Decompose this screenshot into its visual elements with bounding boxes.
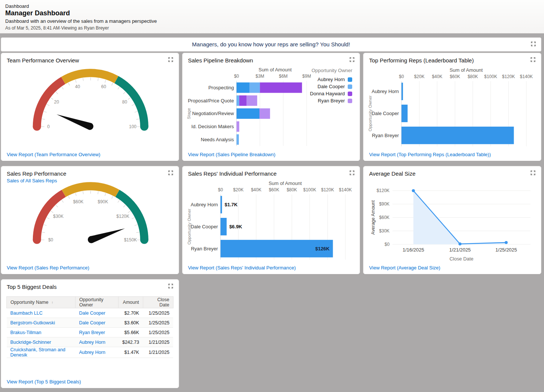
column-header[interactable]: Close Date xyxy=(143,297,173,308)
page-title: Manager Dashboard xyxy=(5,9,538,17)
view-report-link[interactable]: View Report (Top Performing Reps (Leader… xyxy=(369,152,491,157)
legend-swatch xyxy=(348,99,352,103)
legend-swatch xyxy=(348,77,352,82)
empty-grid-cell xyxy=(182,279,360,388)
svg-text:$140K: $140K xyxy=(339,187,352,192)
column-header[interactable]: Opportunity Name↑ xyxy=(7,297,76,308)
legend-label: Donna Hayward xyxy=(310,91,345,96)
svg-text:0: 0 xyxy=(47,124,50,129)
opportunity-name-link[interactable]: Brakus-Tillman xyxy=(7,328,76,337)
column-header[interactable]: Amount xyxy=(119,297,143,308)
column-header[interactable]: Opportunity Owner xyxy=(75,297,119,308)
opportunity-owner-link[interactable]: Ryan Breyer xyxy=(75,328,119,337)
svg-text:$140K: $140K xyxy=(520,74,533,79)
view-report-link[interactable]: View Report (Top 5 Biggest Deals) xyxy=(7,379,81,385)
panel-top-performing-reps: Top Performing Reps (Leaderboard Table) … xyxy=(363,53,541,161)
panel-team-performance-overview: Team Performance Overview 020406080100 V… xyxy=(1,53,179,161)
opportunity-name-link[interactable]: Buckridge-Schinner xyxy=(7,337,76,347)
svg-text:1/21/2025: 1/21/2025 xyxy=(449,247,471,253)
expand-icon[interactable] xyxy=(167,283,175,290)
svg-text:$6M: $6M xyxy=(279,74,288,79)
legend-item[interactable]: Donna Hayward xyxy=(310,90,352,97)
svg-text:$0: $0 xyxy=(399,74,404,79)
close-date-cell: 1/25/2025 xyxy=(143,318,173,328)
amount-cell: $2.70K xyxy=(119,308,143,318)
svg-text:Opportunity Owner: Opportunity Owner xyxy=(187,209,191,244)
svg-text:Ryan Breyer: Ryan Breyer xyxy=(191,246,218,251)
svg-text:$0: $0 xyxy=(234,74,239,79)
legend-swatch xyxy=(348,92,352,96)
legend-label: Dale Cooper xyxy=(317,84,345,89)
close-date-cell: 1/21/2025 xyxy=(143,347,173,358)
table-row: Buckridge-SchinnerAubrey Horn$242.731/21… xyxy=(7,337,173,347)
svg-text:Stage: Stage xyxy=(187,108,191,119)
panel-sales-pipeline-breakdown: Sales Pipeline Breakdown Sum of Amount$0… xyxy=(182,53,360,161)
deals-table-header[interactable]: Opportunity Name↑Opportunity OwnerAmount… xyxy=(7,297,173,308)
amount-cell: $3.60K xyxy=(119,318,143,328)
opportunity-owner-link[interactable]: Dale Cooper xyxy=(75,308,119,318)
sort-ascending-icon: ↑ xyxy=(51,300,53,305)
view-report-link[interactable]: View Report (Sales Rep Performance) xyxy=(7,265,89,271)
svg-text:$90K: $90K xyxy=(98,199,108,204)
opportunity-owner-link[interactable]: Aubrey Horn xyxy=(75,337,119,347)
gauge-chart: 020406080100 xyxy=(1,53,179,161)
svg-text:$100K: $100K xyxy=(303,187,316,192)
amount-cell: $1.47K xyxy=(119,347,143,358)
close-date-cell: 1/25/2025 xyxy=(143,328,173,337)
svg-text:80: 80 xyxy=(122,99,127,105)
svg-text:$30K: $30K xyxy=(53,214,64,219)
panel-sales-reps-individual-performance: Sales Reps' Individual Performance Sum o… xyxy=(182,166,360,274)
svg-text:$20K: $20K xyxy=(233,187,243,192)
svg-text:$60K: $60K xyxy=(73,199,83,204)
svg-text:$0: $0 xyxy=(48,237,53,243)
view-report-link[interactable]: View Report (Sales Pipeline Breakdown) xyxy=(188,152,276,157)
svg-text:1/25/2025: 1/25/2025 xyxy=(495,247,517,253)
view-report-link[interactable]: View Report (Sales Reps' Individual Perf… xyxy=(188,265,296,271)
view-report-link[interactable]: View Report (Average Deal Size) xyxy=(369,265,440,271)
svg-text:$100K: $100K xyxy=(484,74,497,79)
pipeline-legend: Opportunity OwnerAubrey HornDale CooperD… xyxy=(310,68,352,104)
svg-text:$30K: $30K xyxy=(379,228,390,234)
table-row: Cruickshank, Stroman and DenesikAubrey H… xyxy=(7,347,173,358)
svg-text:Negotiation/Review: Negotiation/Review xyxy=(192,111,234,116)
opportunity-owner-link[interactable]: Aubrey Horn xyxy=(75,347,119,358)
opportunity-name-link[interactable]: Bergstrom-Gutkowski xyxy=(7,318,76,328)
svg-text:Sum of Amount: Sum of Amount xyxy=(268,180,302,186)
svg-text:$6.9K: $6.9K xyxy=(229,224,242,229)
table-row: Baumbach LLCDale Cooper$2.70K1/25/2025 xyxy=(7,308,173,318)
legend-item[interactable]: Dale Cooper xyxy=(310,83,352,90)
view-report-link[interactable]: View Report (Team Performance Overview) xyxy=(7,152,100,157)
svg-text:$80K: $80K xyxy=(286,187,297,192)
svg-text:$120K: $120K xyxy=(116,214,129,219)
svg-text:Aubrey Horn: Aubrey Horn xyxy=(372,89,399,94)
svg-text:$90K: $90K xyxy=(379,201,390,207)
svg-text:Opportunity Owner: Opportunity Owner xyxy=(368,95,372,131)
bar-chart: Sum of Amount$0$20K$40K$60K$80K$100K$120… xyxy=(363,53,541,161)
svg-text:100: 100 xyxy=(129,124,136,129)
gauge-chart: $0$30K$60K$90K$120K$150K xyxy=(1,166,179,274)
table-row: Bergstrom-GutkowskiDale Cooper$3.60K1/25… xyxy=(7,318,173,328)
svg-text:$40K: $40K xyxy=(251,187,261,192)
svg-text:$126K: $126K xyxy=(315,246,330,251)
svg-text:$80K: $80K xyxy=(468,74,478,79)
svg-text:60: 60 xyxy=(101,84,106,89)
svg-text:$0: $0 xyxy=(218,187,223,192)
opportunity-name-link[interactable]: Cruickshank, Stroman and Denesik xyxy=(7,347,76,358)
svg-text:$3M: $3M xyxy=(255,74,264,79)
svg-text:Dale Cooper: Dale Cooper xyxy=(372,111,399,116)
opportunity-owner-link[interactable]: Dale Cooper xyxy=(75,318,119,328)
page-description: Dashboard with an overview of the sales … xyxy=(5,18,538,24)
svg-text:$9M: $9M xyxy=(302,74,311,79)
svg-text:$1.7K: $1.7K xyxy=(224,202,237,207)
opportunity-name-link[interactable]: Baumbach LLC xyxy=(7,308,76,318)
legend-item[interactable]: Aubrey Horn xyxy=(310,76,352,83)
legend-swatch xyxy=(348,84,352,89)
amount-cell: $242.73 xyxy=(119,337,143,347)
svg-text:$60K: $60K xyxy=(379,215,390,220)
dashboard-grid: Team Performance Overview 020406080100 V… xyxy=(1,53,541,388)
svg-text:Id. Decision Makers: Id. Decision Makers xyxy=(191,124,234,129)
svg-text:Proposal/Price Quote: Proposal/Price Quote xyxy=(188,98,234,104)
breadcrumb[interactable]: Dashboard xyxy=(5,3,538,9)
legend-item[interactable]: Ryan Breyer xyxy=(310,97,352,104)
expand-icon[interactable] xyxy=(529,41,537,48)
